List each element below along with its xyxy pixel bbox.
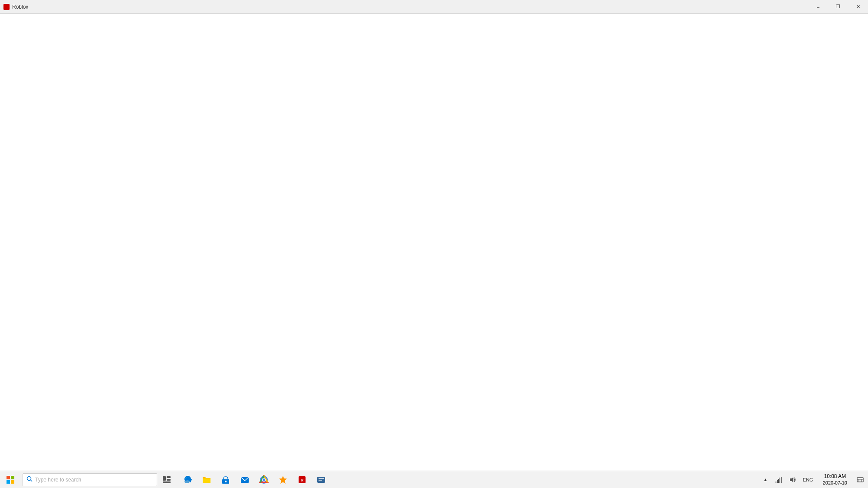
tray-chevron-button[interactable]: ▲ [760, 471, 771, 488]
svg-rect-2 [7, 480, 10, 484]
main-content [0, 14, 868, 473]
tray-volume-icon[interactable] [786, 471, 799, 488]
taskbar: Type here to search [0, 471, 868, 488]
svg-marker-18 [279, 476, 287, 484]
svg-rect-11 [225, 481, 227, 482]
taskbar-app-file-explorer[interactable] [197, 471, 216, 488]
title-bar: Roblox – ❐ ✕ [0, 0, 868, 14]
edge-icon [183, 475, 192, 485]
svg-point-17 [263, 478, 265, 481]
svg-rect-6 [163, 476, 166, 481]
svg-rect-26 [778, 479, 779, 483]
clock-time: 10:08 AM [824, 473, 846, 480]
svg-marker-29 [790, 477, 793, 482]
clock-date: 2020-07-10 [823, 480, 847, 486]
notification-center-button[interactable] [852, 471, 868, 488]
svg-rect-0 [7, 476, 10, 479]
taskbar-app-unknown[interactable] [312, 471, 331, 488]
title-bar-controls: – ❐ ✕ [808, 0, 868, 13]
start-button[interactable] [0, 471, 21, 488]
unknown-app-icon [316, 475, 326, 485]
task-view-icon [163, 476, 171, 483]
taskbar-app-roblox-player[interactable]: R [293, 471, 312, 488]
system-tray: ▲ ENG [759, 471, 868, 488]
roblox-taskbar-icon: R [297, 475, 307, 485]
file-explorer-icon [202, 475, 211, 485]
tray-icons: ▲ ENG [759, 471, 818, 488]
mail-icon [240, 475, 250, 485]
taskbar-app-edge[interactable] [178, 471, 197, 488]
svg-point-4 [27, 477, 31, 481]
svg-rect-25 [777, 480, 778, 483]
taskbar-app-chrome[interactable] [254, 471, 273, 488]
search-placeholder: Type here to search [35, 477, 153, 483]
svg-text:R: R [301, 478, 304, 482]
restore-button[interactable]: ❐ [828, 0, 848, 14]
notification-icon [857, 476, 864, 483]
clock-area[interactable]: 10:08 AM 2020-07-10 [818, 471, 852, 488]
svg-rect-3 [11, 480, 14, 484]
taskbar-app-store[interactable] [216, 471, 235, 488]
svg-rect-1 [11, 476, 14, 479]
svg-rect-24 [776, 481, 776, 483]
volume-icon [789, 476, 796, 483]
chrome-icon [259, 475, 269, 485]
svg-rect-30 [857, 478, 863, 482]
svg-rect-9 [163, 481, 171, 483]
svg-rect-7 [167, 476, 171, 478]
taskbar-app-bookmarks[interactable] [273, 471, 293, 488]
bookmarks-icon [278, 475, 288, 485]
taskbar-app-mail[interactable] [235, 471, 254, 488]
network-icon [775, 476, 782, 483]
svg-rect-8 [167, 479, 171, 481]
minimize-button[interactable]: – [808, 0, 828, 14]
app-icon [3, 4, 10, 10]
svg-rect-28 [781, 477, 782, 483]
svg-rect-27 [779, 478, 780, 483]
store-icon [221, 475, 230, 485]
windows-icon [7, 476, 14, 484]
search-bar[interactable]: Type here to search [23, 473, 157, 486]
svg-rect-22 [319, 478, 324, 479]
task-view-button[interactable] [157, 471, 176, 488]
title-bar-left: Roblox [0, 4, 28, 10]
close-button[interactable]: ✕ [848, 0, 868, 14]
tray-language-label[interactable]: ENG [800, 471, 816, 488]
svg-rect-23 [319, 480, 322, 481]
search-icon [26, 476, 33, 483]
svg-line-5 [31, 480, 33, 482]
chevron-up-icon: ▲ [763, 477, 768, 482]
taskbar-apps: R [178, 471, 331, 488]
tray-network-icon[interactable] [773, 471, 785, 488]
title-text: Roblox [12, 4, 28, 10]
